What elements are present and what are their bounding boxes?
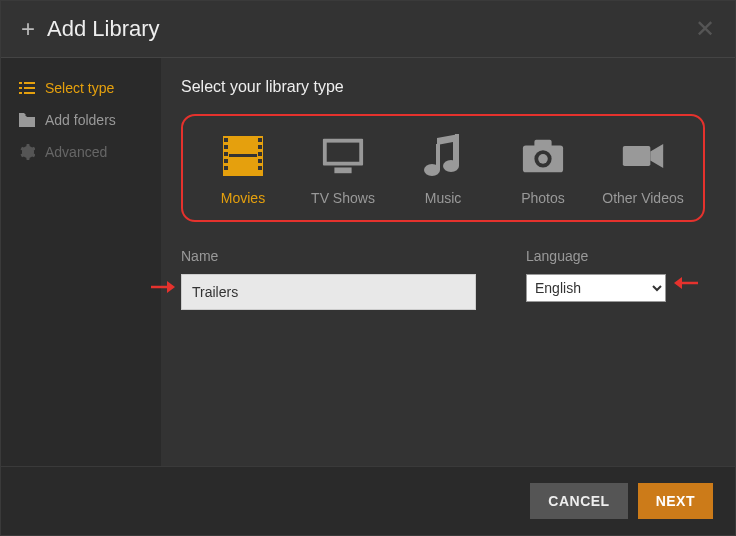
svg-rect-9: [224, 138, 228, 142]
music-icon: [421, 134, 465, 178]
modal-title: Add Library: [47, 16, 160, 42]
language-label: Language: [526, 248, 666, 264]
sidebar-item-advanced[interactable]: Advanced: [1, 136, 161, 168]
type-label: Music: [425, 190, 462, 206]
svg-rect-10: [224, 145, 228, 149]
sidebar-item-label: Advanced: [45, 144, 107, 160]
svg-rect-28: [534, 140, 551, 148]
svg-rect-31: [623, 146, 651, 166]
sidebar-item-add-folders[interactable]: Add folders: [1, 104, 161, 136]
type-label: TV Shows: [311, 190, 375, 206]
svg-point-30: [538, 154, 548, 164]
name-group: Name: [181, 248, 476, 310]
type-other-videos[interactable]: Other Videos: [598, 134, 688, 206]
svg-rect-16: [258, 152, 262, 156]
sidebar-item-label: Select type: [45, 80, 114, 96]
next-button[interactable]: NEXT: [638, 483, 713, 519]
svg-rect-19: [229, 154, 257, 157]
svg-rect-1: [24, 82, 35, 84]
sidebar-item-label: Add folders: [45, 112, 116, 128]
svg-rect-2: [19, 87, 22, 89]
wizard-sidebar: Select type Add folders Advanced: [1, 58, 161, 466]
modal-header: + Add Library ✕: [1, 1, 735, 58]
close-icon[interactable]: ✕: [695, 15, 715, 43]
tv-icon: [321, 134, 365, 178]
svg-rect-17: [258, 159, 262, 163]
type-tv-shows[interactable]: TV Shows: [298, 134, 388, 206]
svg-rect-21: [327, 143, 360, 162]
film-icon: [221, 134, 265, 178]
language-select[interactable]: English: [526, 274, 666, 302]
sidebar-item-select-type[interactable]: Select type: [1, 72, 161, 104]
svg-rect-14: [258, 138, 262, 142]
cancel-button[interactable]: CANCEL: [530, 483, 627, 519]
arrow-annotation-icon: [149, 278, 179, 300]
gear-icon: [19, 144, 35, 160]
svg-rect-22: [334, 167, 351, 173]
svg-rect-12: [224, 159, 228, 163]
type-music[interactable]: Music: [398, 134, 488, 206]
svg-rect-26: [455, 134, 459, 166]
svg-rect-15: [258, 145, 262, 149]
name-input[interactable]: [181, 274, 476, 310]
language-group: Language English: [526, 248, 666, 310]
plus-icon: +: [21, 15, 35, 43]
arrow-annotation-icon: [670, 274, 700, 296]
svg-rect-5: [24, 92, 35, 94]
type-label: Other Videos: [602, 190, 683, 206]
main-panel: Select your library type Movies TV Shows: [161, 58, 735, 466]
type-movies[interactable]: Movies: [198, 134, 288, 206]
svg-rect-18: [258, 166, 262, 170]
svg-rect-13: [224, 166, 228, 170]
svg-rect-24: [436, 144, 440, 170]
modal-footer: CANCEL NEXT: [1, 466, 735, 535]
header-left: + Add Library: [21, 15, 160, 43]
svg-rect-0: [19, 82, 22, 84]
camera-icon: [521, 134, 565, 178]
modal-body: Select type Add folders Advanced Select …: [1, 58, 735, 466]
type-photos[interactable]: Photos: [498, 134, 588, 206]
folder-icon: [19, 113, 35, 127]
section-title: Select your library type: [181, 78, 705, 96]
video-camera-icon: [621, 134, 665, 178]
add-library-modal: + Add Library ✕ Select type Add folders: [0, 0, 736, 536]
library-type-selector: Movies TV Shows Music: [181, 114, 705, 222]
svg-rect-3: [24, 87, 35, 89]
form-row: Name Language English: [181, 248, 705, 310]
type-label: Photos: [521, 190, 565, 206]
svg-rect-11: [224, 152, 228, 156]
name-label: Name: [181, 248, 476, 264]
type-label: Movies: [221, 190, 265, 206]
list-icon: [19, 82, 35, 94]
svg-rect-4: [19, 92, 22, 94]
